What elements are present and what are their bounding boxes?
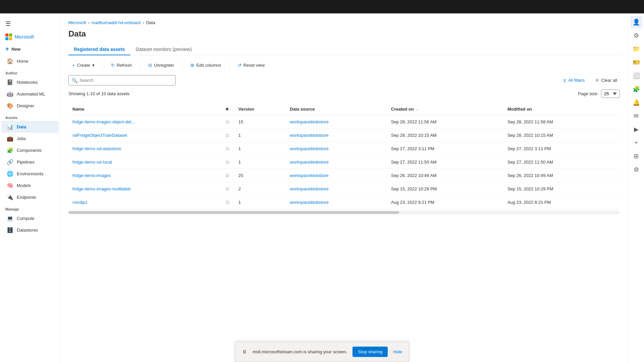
horizontal-scrollbar[interactable] [68,210,620,215]
right-bar-mail-icon[interactable]: ✉ [630,110,642,122]
data-name-link-2[interactable]: fridge-items-od-datastore [72,146,121,151]
cell-star-5[interactable]: ☆ [221,182,234,196]
right-bar-office-icon[interactable]: ⬜ [630,70,642,82]
col-header-name[interactable]: Name [68,103,221,115]
all-filters-button[interactable]: ⧖ All filters [559,76,589,85]
cell-modified-4: Sep 26, 2022 10:49 AM [503,169,620,182]
sidebar-item-notebooks[interactable]: 📓 Notebooks [1,76,59,88]
sidebar-item-endpoints[interactable]: 🔌 Endpoints [1,191,59,203]
cell-star-0[interactable]: ☆ [221,115,234,129]
datasource-link-4[interactable]: workspaceblobstore [290,173,329,178]
cell-created-3: Sep 27, 2022 11:50 AM [387,156,503,169]
reset-view-button[interactable]: ↺ Reset view [234,61,269,70]
breadcrumb-microsoft[interactable]: Microsoft [68,20,86,25]
datasource-link-0[interactable]: workspaceblobstore [290,119,329,124]
sidebar-item-home[interactable]: 🏠 Home [1,55,59,67]
edit-columns-button[interactable]: ⊞ Edit columns [186,61,225,70]
sidebar-item-environments[interactable]: 🌐 Environments [1,168,59,180]
refresh-button[interactable]: ↻ Refresh [107,61,136,70]
star-icon-5[interactable]: ☆ [225,186,230,192]
unregister-button[interactable]: ⊟ Unregister [144,61,178,70]
right-bar-puzzle-icon[interactable]: 🧩 [630,83,642,95]
breadcrumb-workspace[interactable]: madhumaddi-hd-onboard [92,20,141,25]
sidebar-item-components[interactable]: 🧩 Components [1,144,59,156]
stop-sharing-button[interactable]: Stop sharing [353,347,388,357]
star-icon-4[interactable]: ☆ [225,173,230,178]
toolbar-divider-1 [103,61,103,69]
data-name-link-1[interactable]: odFridgeObjectTrainDataset [72,133,127,138]
clear-all-button[interactable]: ✕ Clear all [593,76,620,85]
components-icon: 🧩 [7,147,13,154]
right-bar-folder-icon[interactable]: 📁 [630,43,642,55]
data-icon: 📊 [7,124,13,130]
sidebar-microsoft[interactable]: Microsoft [0,31,60,43]
cell-datasource-6: workspaceblobstore [286,196,387,209]
sidebar-item-datastores[interactable]: 🗄️ Datastores [1,224,59,236]
right-bar-layout-icon[interactable]: ⊞ [630,150,642,162]
toolbar-divider-3 [182,61,182,69]
reset-view-label: Reset view [244,63,265,68]
right-bar-settings-icon[interactable]: ⚙ [630,29,642,42]
cell-created-6: Aug 23, 2022 8:21 PM [387,196,503,209]
col-header-star[interactable]: ★ [221,103,234,115]
hamburger-menu[interactable]: ☰ [0,17,60,31]
search-input[interactable] [68,75,176,85]
data-name-link-6[interactable]: rvlcdip1 [72,200,88,205]
new-button[interactable]: + New [0,43,60,55]
cell-star-3[interactable]: ☆ [221,156,234,169]
right-bar-gear-icon[interactable]: ⚙ [630,164,642,176]
cell-datasource-5: workspaceblobstore [286,182,387,196]
create-button[interactable]: + Create ▾ [68,61,99,70]
models-label: Models [17,183,31,188]
datasource-link-6[interactable]: workspaceblobstore [290,200,329,205]
right-bar-notification-icon[interactable]: 🔔 [630,97,642,109]
sidebar-item-jobs[interactable]: 💼 Jobs [1,133,59,144]
sidebar-item-models[interactable]: 🧠 Models [1,180,59,191]
hide-button[interactable]: Hide [393,349,402,354]
star-icon-1[interactable]: ☆ [225,132,230,138]
sidebar-item-pipelines[interactable]: 🔗 Pipelines [1,156,59,168]
datasource-link-5[interactable]: workspaceblobstore [290,186,329,191]
breadcrumb-current: Data [146,20,155,25]
data-name-link-5[interactable]: fridge-items-images-multilabel [72,186,130,191]
sidebar-item-automated-ml[interactable]: 🤖 Automated ML [1,88,59,100]
datasource-link-3[interactable]: workspaceblobstore [290,160,329,165]
tab-registered[interactable]: Registered data assets [68,44,130,55]
cell-created-2: Sep 27, 2022 3:11 PM [387,142,503,156]
endpoints-label: Endpoints [17,195,36,200]
col-header-created-on[interactable]: Created on ↓ [387,103,503,115]
notification-text: msit.microsoftstream.com is sharing your… [253,349,347,354]
cell-name-3: fridge-items-od-local [68,156,221,169]
data-name-link-0[interactable]: fridge-items-images-object-det... [72,119,135,124]
star-icon-3[interactable]: ☆ [225,159,230,165]
automated-ml-label: Automated ML [17,92,45,97]
star-icon-0[interactable]: ☆ [225,119,230,125]
cell-star-4[interactable]: ☆ [221,169,234,182]
star-icon-2[interactable]: ☆ [225,146,230,152]
cell-star-1[interactable]: ☆ [221,129,234,142]
right-bar-play-icon[interactable]: ▶ [630,123,642,135]
datasource-link-2[interactable]: workspaceblobstore [290,146,329,151]
right-bar-badge-icon[interactable]: 🎫 [630,56,642,68]
col-header-modified-on[interactable]: Modified on [503,103,620,115]
home-label: Home [17,59,29,64]
datasource-link-1[interactable]: workspaceblobstore [290,133,329,138]
data-name-link-4[interactable]: fridge-items-images [72,173,111,178]
right-bar-add-icon[interactable]: + [630,137,642,149]
data-name-link-3[interactable]: fridge-items-od-local [72,160,112,165]
cell-star-2[interactable]: ☆ [221,142,234,156]
sidebar-item-data[interactable]: 📊 Data [1,121,59,133]
sidebar-item-compute[interactable]: 💻 Compute [1,213,59,224]
right-bar-user-icon[interactable]: 👤 [630,16,642,28]
col-header-version[interactable]: Version [234,103,286,115]
star-icon-6[interactable]: ☆ [225,199,230,205]
toolbar-divider-4 [229,61,230,69]
filter-area: ⧖ All filters ✕ Clear all [559,76,620,85]
cell-version-3: 1 [234,156,286,169]
cell-star-6[interactable]: ☆ [221,196,234,209]
page-size-select[interactable]: 10 25 50 100 [601,89,620,98]
tab-monitors[interactable]: Dataset monitors (preview) [130,44,197,55]
sidebar-item-designer[interactable]: 🎨 Designer [1,100,59,112]
col-header-data-source[interactable]: Data source [286,103,387,115]
compute-icon: 💻 [7,215,13,222]
